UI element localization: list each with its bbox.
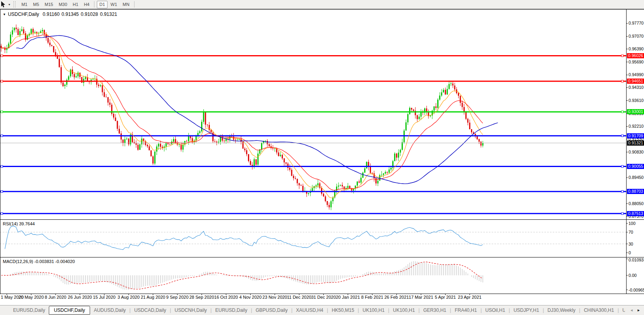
symbol-dropdown-icon[interactable]: ▼ [3,13,6,16]
price-axis-tick: 0.93610 [629,98,644,103]
chart-tab-usdchf-daily[interactable]: USDCHF,Daily [49,306,90,315]
price-axis-tick: 0.94310 [629,85,644,90]
toolbar: ▼ M1M5M15M30H1H4D1W1MN [0,0,644,9]
price-axis-tick: 0.92210 [629,124,644,129]
chart-tab-china300-h1[interactable]: CHINA300,H1 [580,306,617,314]
chart-tab-usoil-h1[interactable]: USOil,H1 [482,306,509,314]
macd-indicator-label: MACD(12,26,9) -0.003831 -0.004020 [3,259,75,264]
price-axis-tick: 0.90830 [629,150,644,155]
date-label: 26 Jun 2020 [68,295,92,300]
date-label: 15 Jul 2020 [93,295,115,300]
chart-tab-dj30-weekly[interactable]: DJ30,Weekly [544,306,579,314]
price-axis-tick: 0.97770 [629,21,644,26]
level-price-label: 0.87513 [627,211,644,216]
date-label: 28 Sep 2020 [189,295,214,300]
chart-plot-area[interactable] [0,9,626,219]
timeframe-button-m5[interactable]: M5 [31,1,41,8]
chart-tabs-bar: EURUSD,DailyUSDCHF,DailyAUDUSD,Daily|USD… [0,305,644,315]
chart-tab-usdcad-daily[interactable]: USDCAD,Daily [131,306,170,314]
price-axis-tick: 0.94990 [629,72,644,77]
timeframe-button-m1[interactable]: M1 [19,1,30,8]
chart-tab-usdjpy-h1[interactable]: USDJPY,H1 [510,306,542,314]
chart-tabs: EURUSD,DailyUSDCHF,DailyAUDUSD,Daily|USD… [10,306,629,315]
date-label: 31 Dec 2020 [311,295,336,300]
date-label: 26 Feb 2021 [384,295,409,300]
current-price-label: 0.91321 [627,140,644,146]
date-label: 8 Jun 2020 [45,295,66,300]
timeframe-buttons: M1M5M15M30H1H4D1W1MN [19,1,136,8]
pointer-cursor-icon[interactable] [1,1,6,8]
date-label: 16 Oct 2020 [214,295,238,300]
date-label: 23 Apr 2021 [458,295,481,300]
price-axis-tick: 0.95690 [629,60,644,65]
chart-tab-eurusd-daily[interactable]: EURUSD,Daily [10,306,49,314]
timeframe-button-m15[interactable]: M15 [42,1,56,8]
date-label: 11 Dec 2020 [287,295,311,300]
chart-symbol-label: USDCHF,Daily [8,12,39,17]
date-label: 17 Mar 2021 [409,295,433,300]
quote-close: 0.91321 [100,12,117,17]
date-label: 23 Nov 2020 [262,295,287,300]
toolbar-separator [94,1,94,8]
timeframe-button-w1[interactable]: W1 [108,1,120,8]
price-axis-tick: 0.96390 [629,46,644,52]
level-price-label: 0.88703 [627,189,644,194]
date-label: 9 Sep 2020 [166,295,188,300]
date-label: 8 Feb 2021 [361,295,383,300]
rsi-axis-tick: 0 [629,250,631,255]
timeframe-button-h4[interactable]: H4 [81,1,92,8]
timeframe-button-h1[interactable]: H1 [70,1,81,8]
tabs-scroll-right-icon[interactable]: ► [637,308,640,312]
chart-tab-fra40-h1[interactable]: FRA40,H1 [451,306,481,314]
rsi-axis-tick: 70 [629,230,633,235]
timeframe-button-mn[interactable]: MN [120,1,132,8]
quote-high: 0.91345 [62,12,79,17]
macd-axis-tick: 0.00 [629,273,636,278]
level-price-label: 0.91709 [627,133,644,138]
macd-axis-tick: 0.010933 [629,257,644,263]
macd-axis-tick: -0.009653 [629,288,644,293]
chart-tab-xauusd-h4[interactable]: XAUUSD,H4 [292,306,327,314]
quote-low: 0.91028 [81,12,98,17]
date-label: 4 Nov 2020 [239,295,261,300]
chart-tab-uk100-h1[interactable]: UK100,H1 [389,306,418,314]
date-label: 3 Aug 2020 [117,295,140,300]
chart-tab-audusd-daily[interactable]: AUDUSD,Daily [90,306,129,314]
timeframe-button-m30[interactable]: M30 [56,1,69,8]
mt4-window: ▼ M1M5M15M30H1H4D1W1MN ▼ USDCHF,Daily 0.… [0,0,644,315]
tabs-scroll-left-icon[interactable]: ◄ [630,308,633,312]
date-label: 20 Jan 2021 [336,295,360,300]
toolbar-grip-icon[interactable] [13,1,15,8]
level-price-label: 0.96026 [627,53,644,58]
chart-tab-usdcnh-daily[interactable]: USDCNH,Daily [171,306,210,314]
quote-open: 0.91160 [43,12,60,17]
chart-tab-hk50-m15[interactable]: HK50,M15 [328,306,358,314]
price-axis-tick: 0.89450 [629,175,644,180]
toolbar-separator [134,1,135,8]
level-price-label: 0.94651 [627,79,644,84]
price-axis-tick: 0.88050 [629,201,644,206]
date-label: 5 Apr 2021 [435,295,456,300]
tabs-scroll-controls: ◄ ► [625,305,644,315]
cursor-dropdown-caret-icon[interactable]: ▼ [8,3,11,6]
chart-tab-eurusd-daily[interactable]: EURUSD,Daily [211,306,251,314]
chart-tab-uk100-h1[interactable]: UK100,H1 [359,306,388,314]
rsi-axis-tick: 30 [629,242,633,247]
price-axis-tick: 0.97070 [629,34,644,39]
chart-tab-ger30-h1[interactable]: GER30,H1 [420,306,450,314]
timeframe-button-d1[interactable]: D1 [97,1,107,8]
rsi-axis-tick: 100 [629,221,636,226]
chart-title: ▼ USDCHF,Daily 0.91160 0.91345 0.91028 0… [3,12,119,17]
rsi-indicator-label: RSI(14) 39.7644 [3,221,35,226]
chart-tab-gbpusd-daily[interactable]: GBPUSD,Daily [252,306,291,314]
level-price-label: 0.90055 [627,164,644,169]
date-label: 21 Aug 2020 [141,295,165,300]
date-label: 20 May 2020 [19,295,44,300]
level-price-label: 0.93001 [627,109,644,114]
